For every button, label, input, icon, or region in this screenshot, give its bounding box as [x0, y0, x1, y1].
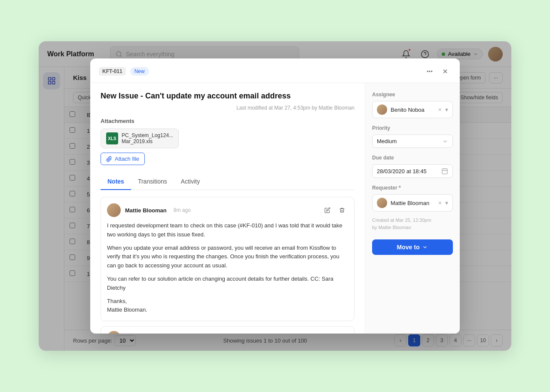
requester-label: Requester * — [372, 185, 453, 191]
note-time: 8m ago — [174, 207, 191, 213]
clear-requester-button[interactable]: × — [438, 199, 442, 206]
assignee-name: Benito Noboa — [391, 107, 435, 113]
paperclip-icon — [106, 156, 112, 162]
created-info: Created at Mar 25, 12:30pm by Mattie Blo… — [372, 217, 453, 231]
more-options-button[interactable] — [424, 65, 436, 77]
svg-point-8 — [427, 71, 428, 72]
modal-overlay[interactable]: KFT-011 New — [39, 41, 511, 351]
status-tag: New — [130, 67, 149, 76]
pencil-icon — [324, 207, 330, 213]
attachment-filename: PC_System_Log124...Mar_2019.xls — [122, 132, 173, 144]
requester-avatar — [377, 198, 387, 208]
modified-info: Last modified at Mar 27, 4:53pm by Matti… — [101, 105, 354, 111]
note-author-name: Mattie Blooman — [125, 207, 167, 214]
attach-file-label: Attach file — [115, 156, 139, 162]
svg-rect-13 — [442, 169, 447, 174]
close-modal-button[interactable] — [439, 65, 451, 77]
assignee-chevron-icon[interactable]: ▾ — [445, 106, 448, 113]
attach-file-button[interactable]: Attach file — [101, 153, 145, 165]
tab-transitions[interactable]: Transitions — [131, 174, 174, 190]
note-paragraph-1: I requested development team to check on… — [107, 221, 348, 239]
edit-note-button[interactable] — [321, 204, 333, 216]
note-paragraph-4: Thanks,Mattie Blooman. — [107, 297, 348, 315]
due-date-label: Due date — [372, 155, 453, 161]
modal-tabs: Notes Transitions Activity — [101, 174, 354, 190]
note-body: I requested development team to check on… — [107, 221, 348, 315]
attachments-label: Attachments — [101, 118, 354, 124]
close-icon — [442, 68, 449, 75]
add-note-area[interactable] — [101, 326, 354, 334]
assignee-avatar — [377, 104, 387, 115]
requester-name: Mattie Blooman — [391, 200, 435, 206]
priority-chevron-icon — [442, 138, 448, 144]
requester-chevron-icon[interactable]: ▾ — [445, 199, 448, 206]
note-paragraph-3: You can refer to our solution article on… — [107, 275, 348, 293]
note-actions — [321, 204, 348, 216]
more-options-icon — [426, 68, 433, 75]
due-date-value: 28/03/2020 at 18:45 — [377, 168, 427, 175]
priority-label: Priority — [372, 125, 453, 131]
calendar-icon — [441, 168, 448, 175]
created-by: by Mattie Blooman — [372, 225, 411, 230]
modal-left-panel: New Issue - Can't update my account emai… — [90, 83, 365, 334]
modal-body: New Issue - Can't update my account emai… — [90, 83, 460, 334]
assignee-label: Assignee — [372, 92, 453, 98]
due-date-field[interactable]: 28/03/2020 at 18:45 — [372, 164, 453, 178]
move-to-button[interactable]: Move to — [372, 239, 453, 255]
tab-activity[interactable]: Activity — [174, 174, 207, 190]
modal-top-bar-right — [424, 65, 451, 77]
delete-note-button[interactable] — [336, 204, 348, 216]
add-note-avatar — [107, 331, 121, 334]
trash-icon — [339, 207, 345, 213]
issue-modal: KFT-011 New — [90, 58, 460, 334]
modal-issue-title: New Issue - Can't update my account emai… — [101, 92, 290, 101]
attachment-item[interactable]: XLS PC_System_Log124...Mar_2019.xls — [101, 129, 179, 148]
note-paragraph-2: When you update your email address or pa… — [107, 244, 348, 270]
modal-top-bar: KFT-011 New — [90, 58, 460, 83]
note-author-avatar — [107, 203, 121, 217]
requester-field[interactable]: Mattie Blooman × ▾ — [372, 194, 453, 211]
note-entry: Mattie Blooman 8m ago — [101, 197, 354, 321]
tab-notes[interactable]: Notes — [101, 174, 131, 190]
note-header: Mattie Blooman 8m ago — [107, 203, 348, 217]
priority-value: Medium — [377, 138, 397, 144]
clear-assignee-button[interactable]: × — [438, 106, 442, 113]
created-label: Created at Mar 25, 12:30pm — [372, 217, 431, 223]
move-to-label: Move to — [397, 244, 420, 251]
svg-point-9 — [429, 71, 430, 72]
svg-point-10 — [431, 71, 432, 72]
modal-right-panel: Assignee Benito Noboa × ▾ Priority Mediu… — [365, 83, 460, 334]
priority-select[interactable]: Medium — [372, 135, 453, 148]
file-excel-icon: XLS — [106, 132, 118, 144]
move-to-chevron-icon — [422, 244, 428, 250]
assignee-field[interactable]: Benito Noboa × ▾ — [372, 101, 453, 118]
issue-id-tag: KFT-011 — [99, 67, 126, 76]
